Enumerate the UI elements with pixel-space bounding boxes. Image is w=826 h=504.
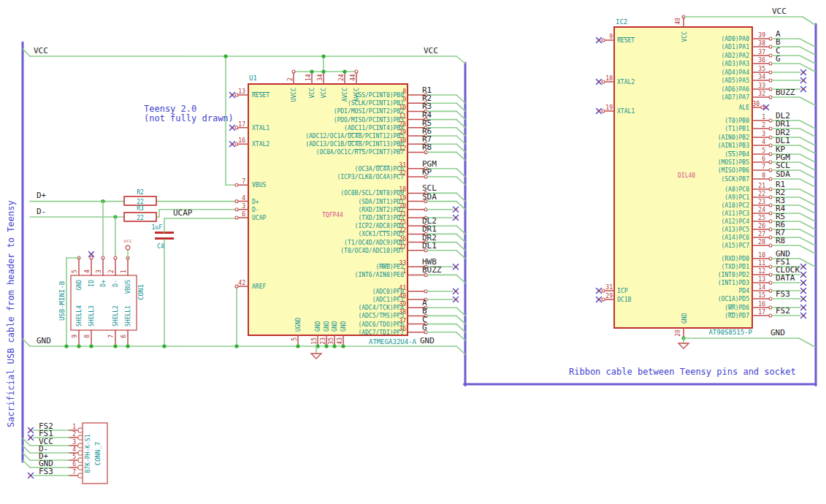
net-label-ucap[interactable]: UCAP xyxy=(173,208,193,218)
net-label-gnd[interactable]: GND xyxy=(37,336,51,345)
net-label-buzz[interactable]: BUZZ xyxy=(422,265,442,275)
pin-end xyxy=(602,110,605,112)
pin-number: 5 xyxy=(72,454,76,460)
junction-dot xyxy=(296,344,299,348)
pin-number: 32 xyxy=(758,91,765,97)
net-label-dplus[interactable]: D+ xyxy=(37,191,47,200)
net-label-dminus[interactable]: D- xyxy=(37,207,46,216)
pin-number: 42 xyxy=(238,280,245,286)
pin-number: 35 xyxy=(758,66,765,72)
pin-number: 3 xyxy=(72,439,76,446)
pin-name: UCAP xyxy=(252,215,266,221)
no-connect-icon xyxy=(30,437,32,439)
net-label-sda[interactable]: SDA xyxy=(422,192,437,202)
pin-end xyxy=(761,106,764,109)
pin-name: (ADC4/TCK)PF4 xyxy=(358,305,404,311)
pin-name: (ADC13/OC1B/OC4B/PCINT13)PB6 xyxy=(305,141,404,148)
net-label-dl1[interactable]: DL1 xyxy=(422,241,437,251)
pin-number: 5 xyxy=(72,270,78,273)
value-label[interactable]: ATMEGA32U4-A xyxy=(369,338,417,345)
pin-end xyxy=(235,208,238,211)
pin-end xyxy=(78,458,83,462)
pin-name: GND xyxy=(681,313,688,324)
pin-end xyxy=(602,80,605,83)
pin-name: (OC3A/OC4A)PC6 xyxy=(355,166,405,172)
pin-number: 8 xyxy=(84,335,91,338)
pin-name: (INT1)PD3 xyxy=(718,280,750,286)
vcc-symbol-label: vcc xyxy=(123,238,132,244)
net-label-vcc[interactable]: VCC xyxy=(424,46,438,56)
pin-number: 1 xyxy=(72,424,76,430)
pin-number: 22 xyxy=(758,191,765,197)
net-label-fs3[interactable]: FS3 xyxy=(39,467,53,476)
net-label-kp[interactable]: KP xyxy=(422,167,432,177)
pin-name: RESET xyxy=(252,92,269,99)
net-label-data[interactable]: DATA xyxy=(776,273,795,283)
junction-dot xyxy=(341,344,345,348)
junction-dot xyxy=(343,69,346,73)
junction-dot xyxy=(162,344,166,348)
net-label-gnd[interactable]: GND xyxy=(770,328,785,337)
ref-label[interactable]: IC2 xyxy=(616,18,627,26)
net-label-g[interactable]: G xyxy=(776,54,781,64)
pin-name: GND xyxy=(332,321,338,332)
pin-number: 25 xyxy=(758,215,765,221)
no-connect-icon xyxy=(765,107,768,109)
net-label-gnd[interactable]: GND xyxy=(420,336,435,345)
pin-name: SHELL2 xyxy=(112,305,119,327)
pin-number: 4 xyxy=(242,195,245,202)
net-label-vcc[interactable]: VCC xyxy=(34,46,48,56)
pin-number: 16 xyxy=(238,137,245,144)
no-connect-icon xyxy=(803,274,805,276)
pin-number: 33 xyxy=(758,83,765,89)
net-label-g[interactable]: G xyxy=(422,323,427,332)
pin-name: (MISO)PB6 xyxy=(718,167,750,174)
pin-name: (SS/PCINT0)PB0 xyxy=(355,92,405,99)
net-label-fs3[interactable]: FS3 xyxy=(776,289,790,299)
pin-end xyxy=(78,465,83,470)
pin-name: RESET xyxy=(617,37,635,44)
pin-number: 4 xyxy=(762,139,765,145)
pin-number: 37 xyxy=(758,49,765,56)
pin-number: 20 xyxy=(675,329,681,337)
pin-name: (ICP3/CLK0/OC4A)PC7 xyxy=(337,174,404,180)
schematic-canvas: VCCVCCGNDGNDD+D-UCAPU1ATMEGA32U4-ATQFP44… xyxy=(0,0,826,504)
pin-number: 4 xyxy=(84,270,91,273)
net-label-vcc[interactable]: VCC xyxy=(772,7,787,16)
junction-dot xyxy=(126,344,129,348)
ref-label: CONN_7 xyxy=(94,442,102,466)
pin-name: (AD7)PA7 xyxy=(721,94,749,101)
pin-name: VCC xyxy=(681,31,688,42)
pin-number: 7 xyxy=(762,164,765,170)
pin-name: (ADC12/OC1A/OC4B/PCINT12)PB5 xyxy=(305,133,404,140)
pin-name: (T0/OC4D/ADC10)PD7 xyxy=(340,248,404,254)
pin-number: 31 xyxy=(605,284,613,291)
pin-name: (AD1)PA1 xyxy=(721,44,749,50)
junction-dot xyxy=(223,54,227,58)
net-label-sda[interactable]: SDA xyxy=(776,169,790,179)
pin-end xyxy=(292,70,295,73)
junction-dot xyxy=(332,344,336,348)
ref-label: R2 xyxy=(137,189,144,196)
pin-number: 24 xyxy=(338,74,345,81)
net-label-buzz[interactable]: BUZZ xyxy=(776,88,795,97)
pin-number: 29 xyxy=(605,293,613,299)
net-label-r8[interactable]: R8 xyxy=(422,142,432,152)
net-label-r8[interactable]: R8 xyxy=(776,236,785,245)
pin-number: 6 xyxy=(762,156,765,162)
pin-name: GND xyxy=(315,321,321,332)
pin-name: GND xyxy=(340,321,347,332)
pin-name: (AD6)PA6 xyxy=(721,86,749,93)
pin-name: (INT6/AIN0)PE6 xyxy=(355,272,405,278)
pin-name: (A9)PC1 xyxy=(724,194,749,201)
pin-end xyxy=(114,256,117,259)
pin-number: 23 xyxy=(758,199,765,205)
junction-dot xyxy=(321,69,325,73)
ref-label[interactable]: U1 xyxy=(249,75,257,82)
pin-name: (ADC7/TDI)PF7 xyxy=(358,329,404,336)
no-connect-icon xyxy=(598,299,600,301)
no-connect-icon xyxy=(232,143,234,145)
net-label-fs2[interactable]: FS2 xyxy=(776,306,790,316)
pin-name: (INT0)PD2 xyxy=(718,272,750,278)
value-label[interactable]: AT90S8515-P xyxy=(708,329,752,336)
